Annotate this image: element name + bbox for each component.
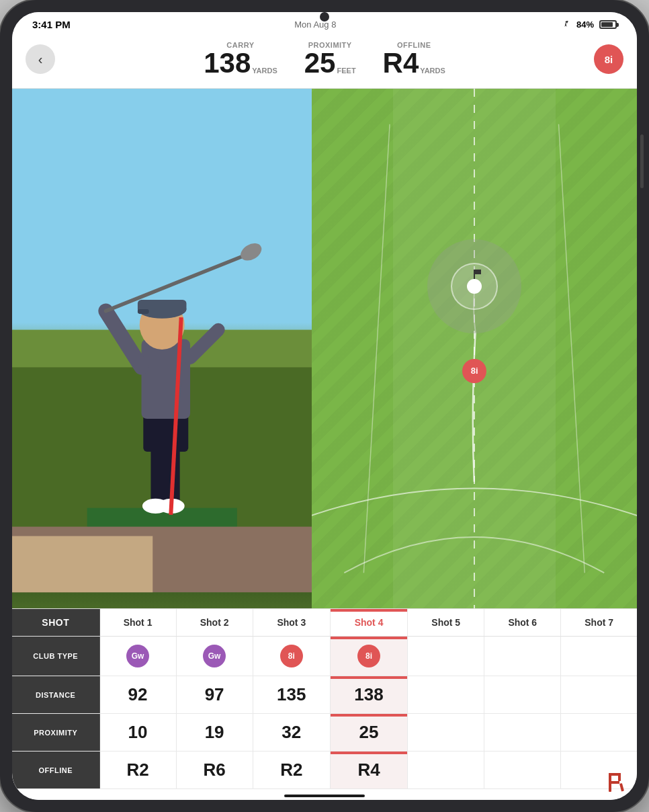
club-type-label: CLUB TYPE [12, 637, 99, 676]
header-stats: CARRY 138 YARDS PROXIMITY 25 FEET [204, 41, 445, 77]
status-date: Mon Aug 8 [294, 19, 336, 30]
ball-marker: 8i [462, 359, 486, 383]
offline-shot3: R2 [253, 752, 330, 789]
video-placeholder [12, 89, 312, 608]
target-circles [427, 239, 521, 333]
svg-rect-10 [143, 414, 188, 452]
distance-shot7 [561, 676, 637, 714]
svg-line-20 [364, 124, 390, 573]
distance-label: DISTANCE [12, 676, 99, 714]
watermark-logo [607, 772, 628, 796]
club-empty-7 [588, 645, 611, 667]
battery-percent: 84% [576, 19, 594, 30]
svg-rect-26 [617, 781, 619, 784]
distance-shot3: 135 [253, 676, 330, 714]
svg-rect-27 [619, 783, 624, 792]
video-panel [12, 89, 312, 608]
header-row: SHOT Shot 1 Shot 2 Shot 3 Shot 4 Shot 5 … [12, 609, 637, 637]
offline-row-label: OFFLINE [12, 752, 99, 789]
ball-badge: 8i [462, 359, 486, 383]
club-badge-gw-2: Gw [203, 645, 226, 667]
offline-shot2: R6 [176, 752, 253, 789]
proximity-row: PROXIMITY 10 19 32 25 [12, 714, 637, 752]
shot4-header[interactable]: Shot 4 [330, 609, 407, 637]
shot7-header[interactable]: Shot 7 [561, 609, 637, 637]
proximity-value: 25 [304, 49, 336, 77]
svg-rect-19 [138, 309, 149, 314]
shot-label: SHOT [12, 609, 99, 637]
proximity-shot1: 10 [99, 714, 176, 752]
offline-shot4: R4 [330, 752, 407, 789]
shot1-header[interactable]: Shot 1 [99, 609, 176, 637]
club-type-shot4: 8i [330, 637, 407, 676]
header: ‹ CARRY 138 YARDS PROXIMITY 25 FEET [12, 34, 637, 89]
offline-row: OFFLINE R2 R6 R2 R4 [12, 752, 637, 789]
location-icon [560, 21, 571, 29]
club-type-shot1: Gw [99, 637, 176, 676]
camera-notch [320, 12, 329, 22]
carry-value: 138 [204, 49, 251, 77]
shot6-header[interactable]: Shot 6 [484, 609, 561, 637]
svg-point-15 [238, 240, 265, 264]
shots-table: SHOT Shot 1 Shot 2 Shot 3 Shot 4 Shot 5 … [12, 609, 637, 789]
club-badge-header: 8i [594, 44, 623, 74]
back-button[interactable]: ‹ [26, 44, 55, 74]
proximity-shot5 [408, 714, 484, 752]
offline-shot6 [484, 752, 561, 789]
svg-rect-25 [618, 773, 621, 781]
distance-row: DISTANCE 92 97 135 138 [12, 676, 637, 714]
club-type-row: CLUB TYPE Gw Gw 8i 8i [12, 637, 637, 676]
club-type-shot7 [561, 637, 637, 676]
offline-shot1: R2 [99, 752, 176, 789]
distance-shot2: 97 [176, 676, 253, 714]
proximity-shot4: 25 [330, 714, 407, 752]
r-logo-icon [607, 772, 628, 792]
proximity-row-label: PROXIMITY [12, 714, 99, 752]
proximity-stat: PROXIMITY 25 FEET [304, 41, 356, 77]
volume-button [640, 134, 644, 188]
offline-shot5 [408, 752, 484, 789]
proximity-shot2: 19 [176, 714, 253, 752]
proximity-shot6 [484, 714, 561, 752]
svg-line-21 [559, 124, 585, 573]
club-type-shot6 [484, 637, 561, 676]
proximity-unit: FEET [337, 67, 355, 75]
map-svg [312, 89, 637, 608]
distance-shot1: 92 [99, 676, 176, 714]
shot3-header[interactable]: Shot 3 [253, 609, 330, 637]
proximity-shot7 [561, 714, 637, 752]
scroll-indicator [284, 795, 365, 797]
offline-stat: OFFLINE R4 YARDS [383, 41, 445, 77]
club-empty-5 [435, 645, 458, 667]
device-screen: 3:41 PM Mon Aug 8 84% ‹ CARRY [12, 12, 637, 800]
circle-outer [427, 239, 521, 333]
carry-unit: YARDS [252, 67, 277, 75]
club-badge-8i-1: 8i [280, 645, 303, 667]
distance-shot4: 138 [330, 676, 407, 714]
club-type-shot3: 8i [253, 637, 330, 676]
battery-icon [599, 20, 617, 29]
svg-rect-11 [142, 339, 191, 419]
table-section: SHOT Shot 1 Shot 2 Shot 3 Shot 4 Shot 5 … [12, 608, 637, 800]
distance-shot6 [484, 676, 561, 714]
shot2-header[interactable]: Shot 2 [176, 609, 253, 637]
status-time: 3:41 PM [32, 19, 71, 30]
club-empty-6 [511, 645, 534, 667]
shot5-header[interactable]: Shot 5 [408, 609, 484, 637]
club-type-shot2: Gw [176, 637, 253, 676]
club-badge-8i-2: 8i [357, 645, 380, 667]
status-right: 84% [560, 19, 617, 30]
main-content: 8i [12, 89, 637, 608]
flag-icon [474, 270, 481, 274]
proximity-shot3: 32 [253, 714, 330, 752]
device-frame: 3:41 PM Mon Aug 8 84% ‹ CARRY [0, 0, 649, 812]
offline-unit: YARDS [420, 67, 445, 75]
back-icon: ‹ [38, 52, 43, 67]
distance-shot5 [408, 676, 484, 714]
club-type-shot5 [408, 637, 484, 676]
fairway-bg: 8i [312, 89, 637, 608]
golfer-svg [12, 89, 312, 608]
club-badge-gw-1: Gw [126, 645, 149, 667]
offline-value: R4 [383, 49, 419, 77]
circle-inner [451, 263, 498, 310]
